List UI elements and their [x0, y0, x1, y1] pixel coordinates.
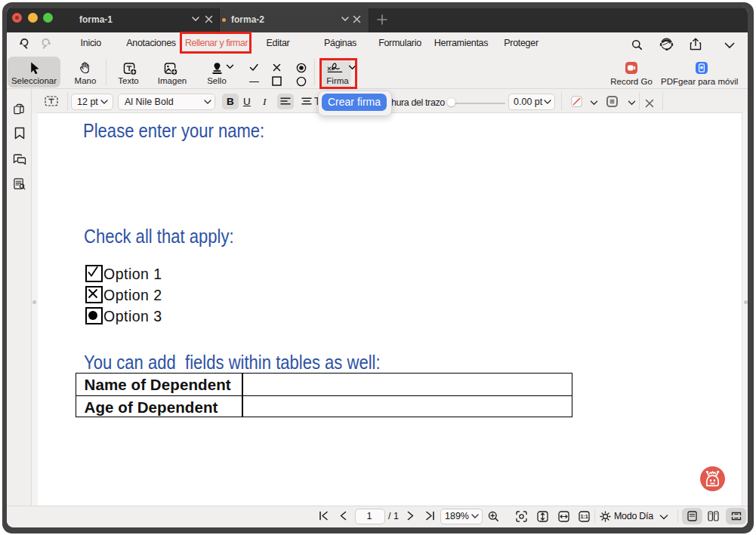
svg-text:1:1: 1:1 — [580, 514, 588, 519]
